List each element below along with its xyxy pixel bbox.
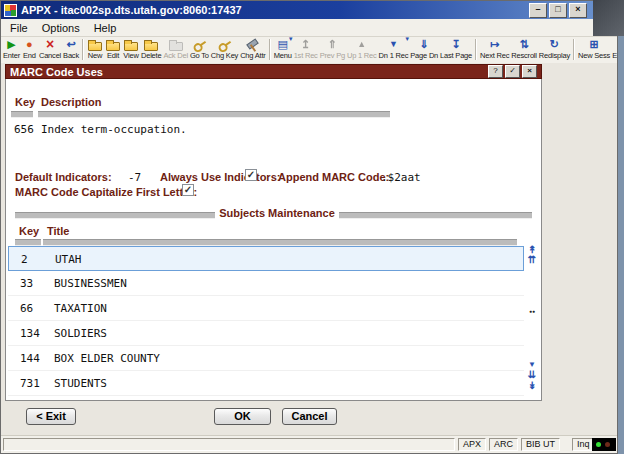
statusbar-panel-bib-ut: BIB UT: [521, 438, 560, 451]
form-ok-icon[interactable]: [505, 65, 520, 78]
toolbar-button-label: View: [123, 51, 138, 60]
toolbar-button-label: End Sess: [612, 51, 617, 60]
toolbar-button-menu[interactable]: Menu▼: [273, 38, 293, 60]
scroll-page-down-icon[interactable]: [525, 369, 539, 380]
row-key: 134: [20, 327, 40, 340]
description-header-label: Description: [41, 96, 102, 108]
cancel-icon: [43, 38, 58, 51]
toolbar-button-label: Enter: [3, 51, 20, 60]
append-marc-code-value[interactable]: .$2aat: [381, 171, 421, 184]
table-row-businessmen[interactable]: 33BUSINESSMEN: [8, 271, 524, 296]
record-key-value: 656: [14, 123, 34, 136]
rescroll-icon: [517, 38, 532, 51]
menubar: File Options Help: [1, 19, 617, 37]
toolbar-button-dn-1-rec[interactable]: Dn 1 Rec▼: [378, 38, 410, 60]
maximize-icon[interactable]: [549, 3, 567, 18]
menu-file[interactable]: File: [3, 21, 35, 35]
subjects-key-bar: [15, 239, 41, 246]
desktop-artifact: [593, 0, 624, 36]
find-binoculars-icon[interactable]: [525, 304, 539, 317]
window-titlebar[interactable]: APPX - itac002sp.dts.utah.gov:8060:17437: [1, 1, 617, 19]
section-bar-right: [339, 212, 532, 219]
table-row-taxation[interactable]: 66TAXATION: [8, 296, 524, 321]
row-key: 144: [20, 352, 40, 365]
always-use-indicators-checkbox[interactable]: [245, 169, 257, 181]
pagedn-icon: [417, 38, 432, 51]
toolbar-button-label: Menu: [274, 51, 292, 60]
toolbar-button-page-dn[interactable]: Page Dn: [409, 38, 439, 60]
toolbar-separator: [573, 39, 575, 60]
default-indicators-label: Default Indicators:: [15, 171, 112, 183]
back-icon: [64, 38, 79, 51]
toolbar: EnterEndCancelBackNewEditViewDeleteAck D…: [1, 37, 617, 66]
toolbar-button-rescroll[interactable]: Rescroll: [510, 38, 538, 60]
toolbar-button-enter[interactable]: Enter: [2, 38, 21, 60]
statusbar-panel-arc: ARC: [489, 438, 518, 451]
toolbar-button-new-sess[interactable]: New Sess: [577, 38, 611, 60]
toolbar-separator: [269, 39, 271, 60]
ok-button[interactable]: OK: [214, 408, 271, 425]
form-close-icon[interactable]: [522, 65, 537, 78]
up1rec-icon: [354, 38, 369, 51]
subjects-table: 2UTAH33BUSINESSMEN66TAXATION134SOLDIERS1…: [8, 246, 524, 396]
toolbar-button-back[interactable]: Back: [62, 38, 80, 60]
table-row-soldiers[interactable]: 134SOLDIERS: [8, 321, 524, 346]
row-title: SOLDIERS: [54, 327, 107, 340]
toolbar-button-last-page[interactable]: Last Page: [439, 38, 473, 60]
help-icon[interactable]: [488, 65, 503, 78]
minimize-icon[interactable]: [529, 3, 547, 18]
firstrec-icon: [298, 38, 313, 51]
toolbar-button-edit[interactable]: Edit: [104, 38, 122, 60]
cancel-button[interactable]: Cancel: [282, 408, 337, 425]
edit-icon: [105, 38, 121, 51]
row-title: STUDENTS: [54, 377, 107, 390]
row-title: BOX ELDER COUNTY: [54, 352, 160, 365]
capitalize-first-letter-checkbox[interactable]: [182, 184, 194, 196]
section-bar-left: [15, 212, 215, 219]
toolbar-button-cancel[interactable]: Cancel: [38, 38, 62, 60]
toolbar-button-label: Edit: [107, 51, 119, 60]
toolbar-button-label: Dn 1 Rec: [379, 51, 409, 60]
toolbar-button-label: End: [23, 51, 36, 60]
row-key: 2: [21, 253, 28, 266]
form-titlebar: MARC Code Uses: [5, 64, 542, 79]
toolbar-button-label: Page Dn: [410, 51, 438, 60]
scroll-page-up-icon[interactable]: [525, 254, 539, 265]
toolbar-button-next-rec[interactable]: Next Rec: [479, 38, 510, 60]
toolbar-button-label: Back: [63, 51, 79, 60]
scroll-to-bottom-icon[interactable]: [525, 380, 539, 391]
exit-button[interactable]: < Exit: [26, 408, 76, 425]
chgattr-icon: [245, 38, 261, 51]
row-key: 33: [20, 277, 33, 290]
default-indicators-value[interactable]: -7: [128, 171, 141, 184]
toolbar-separator: [475, 39, 477, 60]
table-row-box-elder-county[interactable]: 144BOX ELDER COUNTY: [8, 346, 524, 371]
form-window: MARC Code Uses Key Description 656 Index…: [5, 64, 542, 401]
toolbar-button-delete[interactable]: Delete: [140, 38, 162, 60]
toolbar-button-label: Up 1 Rec: [347, 51, 377, 60]
row-key: 66: [20, 302, 33, 315]
row-title: TAXATION: [54, 302, 107, 315]
toolbar-button-end-sess[interactable]: End Sess: [611, 38, 617, 60]
menu-options[interactable]: Options: [35, 21, 87, 35]
toolbar-button-end[interactable]: End: [21, 38, 38, 60]
toolbar-button-new[interactable]: New: [86, 38, 104, 60]
form-titlebar-buttons: [488, 65, 537, 78]
toolbar-button-label: Next Rec: [480, 51, 509, 60]
key-header-label: Key: [15, 96, 35, 108]
lastpage-icon: [449, 38, 464, 51]
toolbar-button-label: Cancel: [39, 51, 61, 60]
toolbar-button-redisplay[interactable]: Redisplay: [538, 38, 571, 60]
toolbar-button-go-to[interactable]: Go To: [189, 38, 210, 60]
table-row-utah[interactable]: 2UTAH: [8, 246, 524, 271]
prevpg-icon: [325, 38, 340, 51]
table-row-students[interactable]: 731STUDENTS: [8, 371, 524, 396]
toolbar-button-chg-key[interactable]: Chg Key: [210, 38, 239, 60]
menu-help[interactable]: Help: [87, 21, 124, 35]
toolbar-button-view[interactable]: View: [122, 38, 140, 60]
close-icon[interactable]: [569, 3, 587, 18]
statusbar-message-area: [3, 438, 455, 451]
end-icon: [22, 38, 37, 51]
view-icon: [123, 38, 139, 51]
toolbar-button-chg-attr[interactable]: Chg Attr: [239, 38, 267, 60]
